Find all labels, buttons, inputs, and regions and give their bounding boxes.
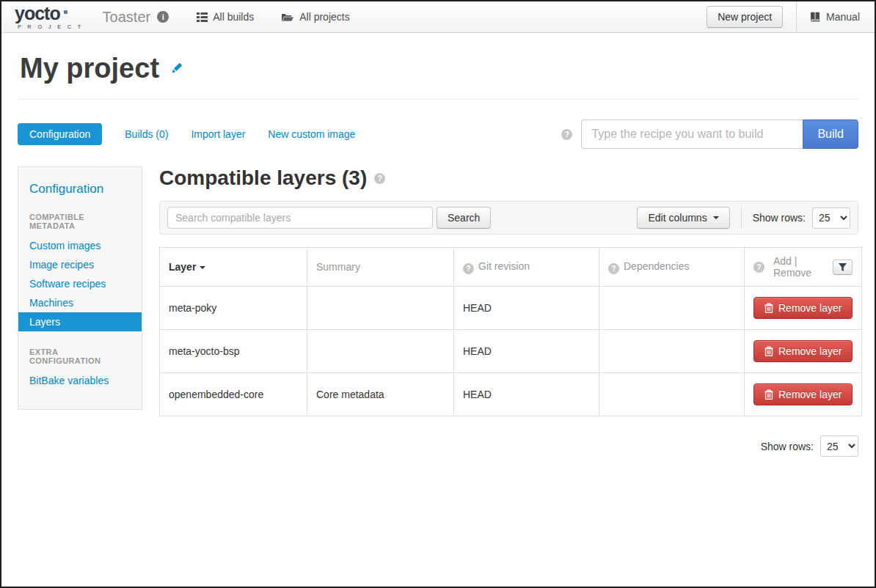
table-row: meta-yocto-bsp HEAD (160, 330, 862, 373)
controls-divider (741, 207, 742, 229)
remove-layer-button[interactable]: Remove layer (753, 340, 853, 362)
filter-button[interactable] (833, 260, 853, 275)
edit-pencil-icon[interactable] (169, 62, 183, 76)
nav-manual[interactable]: Manual (810, 11, 860, 23)
sidebar-item-machines[interactable]: Machines (18, 293, 142, 312)
main-panel: Compatible layers (3) ? Search Edit colu… (159, 166, 858, 486)
section-help-icon[interactable]: ? (374, 173, 385, 184)
yocto-logo[interactable]: yocto P R O J E C T (15, 4, 84, 29)
sidebar-item-layers[interactable]: Layers (18, 312, 142, 331)
table-row: meta-poky HEAD (160, 287, 862, 330)
section-title-row: Compatible layers (3) ? (159, 166, 858, 190)
sidebar-item-bitbake-variables[interactable]: BitBake variables (18, 371, 142, 390)
show-rows-select-bottom[interactable]: 25 (820, 436, 858, 457)
edit-columns-label: Edit columns (648, 212, 707, 224)
table-row: openembedded-core Core metadata HEAD (160, 373, 862, 416)
search-button[interactable]: Search (437, 207, 491, 229)
nav-all-projects-label: All projects (299, 11, 349, 23)
brand-dot-icon (64, 10, 67, 14)
show-rows-select-top[interactable]: 25 (812, 207, 850, 229)
show-rows-label: Show rows: (753, 212, 806, 224)
search-input[interactable] (167, 207, 433, 229)
tab-import-layer[interactable]: Import layer (191, 128, 245, 140)
dependencies-cell (599, 373, 745, 416)
dependencies-cell (599, 287, 745, 330)
summary-cell (307, 287, 454, 330)
navbar-divider (796, 1, 797, 32)
layer-name-cell: meta-yocto-bsp (160, 330, 307, 373)
column-header-layer[interactable]: Layer (160, 248, 307, 287)
git-revision-cell: HEAD (454, 330, 599, 373)
summary-cell (307, 330, 454, 373)
info-icon[interactable]: i (157, 11, 169, 23)
top-navbar: yocto P R O J E C T Toaster i All builds… (1, 1, 875, 33)
sidebar-item-software-recipes[interactable]: Software recipes (18, 274, 142, 293)
recipe-input[interactable] (581, 120, 803, 149)
sidebar-item-custom-images[interactable]: Custom images (18, 236, 142, 255)
sort-caret-icon (200, 266, 205, 269)
sidebar-heading-extra-configuration: EXTRA CONFIGURATION (18, 348, 142, 365)
table-header-row: Layer Summary ?Git revision ?Dependencie… (160, 248, 862, 287)
builds-list-icon (197, 12, 208, 22)
page-title: My project (20, 53, 159, 84)
show-rows-label-bottom: Show rows: (761, 441, 814, 452)
pagination-row: Show rows: 25 (159, 436, 858, 486)
app-window: yocto P R O J E C T Toaster i All builds… (0, 0, 876, 588)
app-name: Toaster (103, 9, 151, 26)
build-recipe-group: ? Build (561, 120, 858, 149)
git-revision-cell: HEAD (454, 287, 599, 330)
column-header-summary[interactable]: Summary (307, 248, 454, 287)
page-title-row: My project (20, 53, 858, 84)
sidebar-heading-compatible-metadata: COMPATIBLE METADATA (18, 213, 142, 230)
sidebar: Configuration COMPATIBLE METADATA Custom… (18, 166, 142, 410)
nav-all-builds[interactable]: All builds (197, 11, 254, 23)
table-controls: Search Edit columns Show rows: 25 (159, 201, 858, 235)
project-tabs: Configuration Builds (0) Import layer Ne… (18, 120, 858, 149)
layer-name-cell: meta-poky (160, 287, 307, 330)
chevron-down-icon (713, 216, 719, 219)
brand-wordmark: yocto (15, 4, 60, 23)
column-header-add-remove: ? Add | Remove (745, 248, 862, 287)
new-project-button[interactable]: New project (707, 6, 783, 28)
sidebar-item-image-recipes[interactable]: Image recipes (18, 255, 142, 274)
manual-book-icon (810, 12, 821, 22)
title-divider (18, 99, 858, 100)
git-revision-help-icon[interactable]: ? (463, 263, 474, 274)
tab-builds[interactable]: Builds (0) (125, 128, 168, 140)
nav-all-projects[interactable]: All projects (282, 11, 349, 23)
compatible-layers-table: Layer Summary ?Git revision ?Dependencie… (159, 247, 862, 416)
build-button[interactable]: Build (803, 120, 858, 149)
sidebar-item-configuration[interactable]: Configuration (18, 182, 142, 196)
add-remove-help-icon[interactable]: ? (753, 262, 764, 273)
dependencies-cell (599, 330, 745, 373)
remove-layer-button[interactable]: Remove layer (753, 297, 853, 319)
trash-icon (764, 346, 773, 356)
summary-cell: Core metadata (307, 373, 454, 416)
edit-columns-button[interactable]: Edit columns (637, 207, 729, 229)
tab-new-custom-image[interactable]: New custom image (268, 128, 355, 140)
build-help-icon[interactable]: ? (561, 129, 572, 140)
nav-manual-label: Manual (826, 11, 860, 23)
tab-configuration[interactable]: Configuration (18, 123, 102, 145)
layer-name-cell: openembedded-core (160, 373, 307, 416)
nav-all-builds-label: All builds (213, 11, 254, 23)
column-header-dependencies[interactable]: ?Dependencies (599, 248, 745, 287)
projects-folder-icon (282, 12, 294, 22)
column-header-git-revision[interactable]: ?Git revision (454, 248, 599, 287)
brand-subtitle: P R O J E C T (15, 24, 84, 29)
trash-icon (764, 389, 773, 400)
dependencies-help-icon[interactable]: ? (608, 263, 619, 274)
git-revision-cell: HEAD (454, 373, 599, 416)
section-title: Compatible layers (3) (159, 166, 367, 190)
filter-funnel-icon (839, 263, 847, 271)
remove-layer-button[interactable]: Remove layer (753, 383, 853, 405)
trash-icon (764, 303, 773, 313)
